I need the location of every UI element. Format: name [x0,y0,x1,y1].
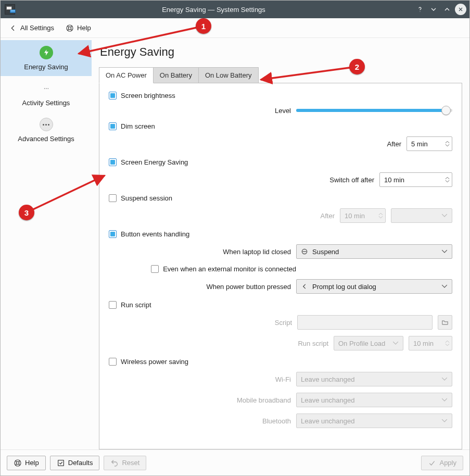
tab-label: On Battery [160,71,192,79]
sidebar: Energy Saving Activity Settings Advanced… [1,38,92,449]
external-monitor-checkbox[interactable] [151,265,159,273]
back-all-settings-button[interactable]: All Settings [7,22,56,34]
option-label: Wireless power saving [121,358,188,366]
maximize-icon[interactable] [441,4,453,15]
run-script-checkbox[interactable] [109,301,117,309]
chevron-down-icon [392,341,399,345]
main: Energy Saving On AC Power On Battery On … [92,38,469,449]
svg-point-15 [16,461,19,464]
logout-icon [301,283,308,290]
lid-action-combo[interactable]: Suspend [296,244,452,259]
power-button-label: When power button pressed [206,283,291,291]
help-icon[interactable] [414,4,426,15]
option-label: Run script [121,301,151,309]
suspend-action-combo [391,208,452,223]
dim-screen-checkbox[interactable] [109,122,117,130]
wifi-label: Wi-Fi [275,375,291,383]
lifebuoy-icon [66,24,74,32]
switch-off-spinbox[interactable]: 10 min [379,172,452,187]
option-label: Button events handling [121,230,189,238]
after-label: After [387,140,401,148]
svg-point-4 [68,27,71,29]
mobile-label: Mobile broadband [237,396,291,404]
sidebar-item-energy-saving[interactable]: Energy Saving [1,40,92,76]
sidebar-item-label: Activity Settings [22,99,70,107]
run-script-delay-spinbox: 10 min [409,336,452,350]
svg-rect-20 [58,460,63,466]
browse-script-button [438,315,452,330]
tab-label: On AC Power [106,71,147,79]
window: Energy Saving — System Settings All Sett… [0,0,470,476]
app-icon [5,4,15,15]
bluetooth-label: Bluetooth [262,417,291,425]
settings-panel: Screen brightness Level [99,83,462,449]
chevron-down-icon [441,398,448,402]
footer: Help Defaults Reset Apply [1,449,469,475]
option-screen-brightness: Screen brightness Level [109,92,452,115]
screen-energy-saving-checkbox[interactable] [109,158,117,166]
page-title: Energy Saving [100,45,462,59]
help-button[interactable]: Help [63,22,93,34]
defaults-icon [57,459,65,467]
button-events-checkbox[interactable] [109,230,117,238]
option-label: Screen Energy Saving [121,158,188,166]
stepper-arrows-icon [445,141,450,147]
footer-apply-button: Apply [421,456,463,470]
sidebar-item-label: Advanced Settings [18,135,74,143]
combo-value: Prompt log out dialog [312,283,437,291]
minimize-icon[interactable] [428,4,439,15]
wifi-combo: Leave unchanged [296,372,452,386]
tab-low-battery[interactable]: On Low Battery [198,67,259,83]
suspend-after-label: After [321,212,335,220]
combo-value: Leave unchanged [301,375,437,383]
screen-brightness-checkbox[interactable] [109,92,117,99]
combo-value: Leave unchanged [301,417,437,425]
tab-label: On Low Battery [205,71,252,79]
suspend-after-spinbox: 10 min [340,208,386,223]
bolt-icon [40,46,53,59]
titlebar: Energy Saving — System Settings [1,1,469,18]
close-icon[interactable] [455,4,466,15]
button-label: Reset [122,459,139,467]
spin-value: 5 min [411,140,442,148]
chevron-down-icon [441,214,448,217]
lid-label: When laptop lid closed [223,248,291,256]
tabbar: On AC Power On Battery On Low Battery [99,67,462,83]
undo-icon [110,459,119,467]
chevron-down-icon [441,284,448,288]
wireless-checkbox[interactable] [109,358,117,366]
window-title: Energy Saving — System Settings [15,6,412,14]
script-path-input [297,315,433,330]
chevron-down-icon [441,419,448,422]
spin-value: 10 min [345,212,375,220]
run-script-label: Run script [298,340,328,347]
suspend-session-checkbox[interactable] [109,194,117,202]
option-dim-screen: Dim screen After 5 min [109,122,452,151]
brightness-slider[interactable] [296,106,452,115]
bluetooth-combo: Leave unchanged [296,414,452,428]
option-label: Dim screen [121,122,155,130]
stepper-arrows-icon [445,340,450,346]
power-button-combo[interactable]: Prompt log out dialog [296,279,452,294]
button-label: Help [25,459,39,467]
stepper-arrows-icon [445,177,450,183]
combo-value: Leave unchanged [301,396,437,404]
footer-defaults-button[interactable]: Defaults [50,456,100,470]
sidebar-item-activity-settings[interactable]: Activity Settings [1,76,92,112]
button-label: Defaults [68,459,93,467]
footer-help-button[interactable]: Help [7,456,46,470]
option-button-events: Button events handling When laptop lid c… [109,230,452,294]
svg-point-0 [420,11,420,11]
level-label: Level [275,107,291,115]
dim-after-spinbox[interactable]: 5 min [407,136,452,151]
option-screen-energy-saving: Screen Energy Saving Switch off after 10… [109,158,452,187]
body: Energy Saving Activity Settings Advanced… [1,38,469,449]
tab-ac-power[interactable]: On AC Power [99,67,154,83]
stepper-arrows-icon [378,212,383,219]
sidebar-item-advanced-settings[interactable]: Advanced Settings [1,112,92,148]
switch-off-label: Switch off after [329,176,374,184]
tab-on-battery[interactable]: On Battery [153,67,199,83]
option-run-script: Run script Script Run script On Profile … [109,301,452,350]
combo-value: On Profile Load [338,340,388,347]
spin-value: 10 min [413,340,442,347]
